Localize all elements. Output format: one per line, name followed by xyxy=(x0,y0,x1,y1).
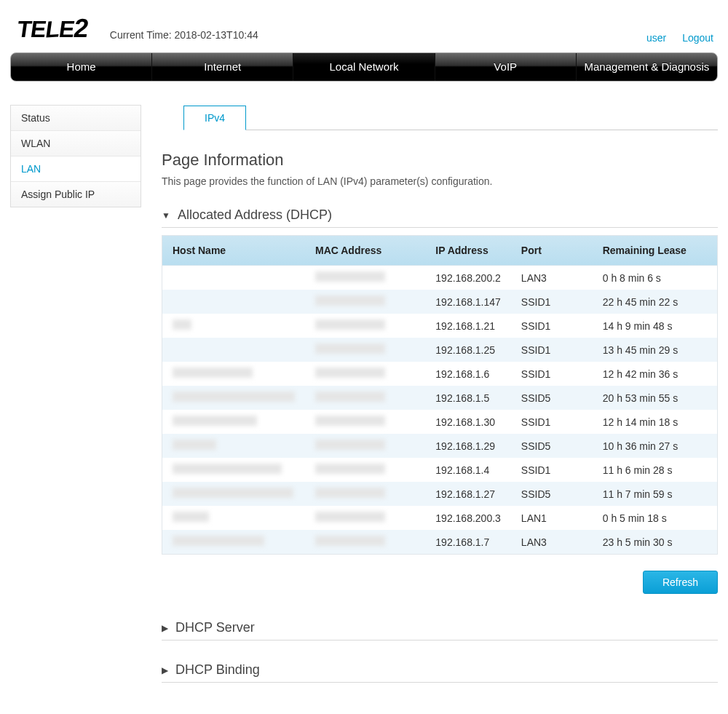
cell-mac-address xyxy=(305,314,425,338)
cell-ip-address: 192.168.1.5 xyxy=(425,386,511,410)
cell-host-name xyxy=(162,506,305,530)
cell-mac-address xyxy=(305,290,425,314)
nav-item-local-network[interactable]: Local Network xyxy=(293,53,435,81)
cell-mac-address xyxy=(305,338,425,362)
dhcp-table-wrap: Host NameMAC AddressIP AddressPortRemain… xyxy=(162,235,718,555)
table-row: 192.168.1.6SSID112 h 42 min 36 s xyxy=(162,362,717,386)
cell-port: SSID1 xyxy=(511,362,593,386)
tab-ipv4[interactable]: IPv4 xyxy=(183,106,246,130)
cell-mac-address xyxy=(305,410,425,434)
main-nav: HomeInternetLocal NetworkVoIPManagement … xyxy=(10,52,718,82)
triangle-right-icon: ▶ xyxy=(162,623,168,633)
table-row: 192.168.1.30SSID112 h 14 min 18 s xyxy=(162,410,717,434)
cell-host-name xyxy=(162,410,305,434)
col-header: Port xyxy=(511,236,593,266)
triangle-down-icon: ▼ xyxy=(162,210,170,221)
cell-remaining-lease: 0 h 8 min 6 s xyxy=(593,266,717,290)
table-row: 192.168.1.21SSID114 h 9 min 48 s xyxy=(162,314,717,338)
nav-item-voip[interactable]: VoIP xyxy=(435,53,577,81)
section-dhcp-binding-title: DHCP Binding xyxy=(175,662,260,678)
sidebar-item-wlan[interactable]: WLAN xyxy=(11,131,141,156)
top-links: user Logout xyxy=(633,32,713,44)
cell-host-name xyxy=(162,266,305,290)
refresh-button[interactable]: Refresh xyxy=(643,571,718,594)
section-dhcp-binding[interactable]: ▶ DHCP Binding xyxy=(162,662,718,683)
cell-port: SSID5 xyxy=(511,386,593,410)
nav-item-home[interactable]: Home xyxy=(11,53,152,81)
cell-port: LAN1 xyxy=(511,506,593,530)
table-row: 192.168.1.25SSID113 h 45 min 29 s xyxy=(162,338,717,362)
cell-ip-address: 192.168.200.3 xyxy=(425,506,511,530)
cell-host-name xyxy=(162,290,305,314)
cell-ip-address: 192.168.1.7 xyxy=(425,530,511,554)
cell-port: SSID5 xyxy=(511,482,593,506)
cell-remaining-lease: 10 h 36 min 27 s xyxy=(593,434,717,458)
cell-mac-address xyxy=(305,458,425,482)
cell-host-name xyxy=(162,434,305,458)
triangle-right-icon: ▶ xyxy=(162,665,168,675)
cell-port: LAN3 xyxy=(511,530,593,554)
user-link[interactable]: user xyxy=(646,32,666,44)
table-row: 192.168.1.27SSID511 h 7 min 59 s xyxy=(162,482,717,506)
cell-host-name xyxy=(162,314,305,338)
cell-remaining-lease: 12 h 14 min 18 s xyxy=(593,410,717,434)
nav-item-management-diagnosis[interactable]: Management & Diagnosis xyxy=(577,53,717,81)
cell-mac-address xyxy=(305,482,425,506)
cell-port: SSID1 xyxy=(511,410,593,434)
cell-host-name xyxy=(162,530,305,554)
section-dhcp-server-title: DHCP Server xyxy=(175,620,255,635)
cell-host-name xyxy=(162,482,305,506)
cell-remaining-lease: 0 h 5 min 18 s xyxy=(593,506,717,530)
dhcp-table: Host NameMAC AddressIP AddressPortRemain… xyxy=(162,236,717,554)
table-row: 192.168.1.4SSID111 h 6 min 28 s xyxy=(162,458,717,482)
cell-ip-address: 192.168.1.147 xyxy=(425,290,511,314)
cell-mac-address xyxy=(305,386,425,410)
page-title: Page Information xyxy=(162,151,718,170)
cell-ip-address: 192.168.200.2 xyxy=(425,266,511,290)
cell-ip-address: 192.168.1.6 xyxy=(425,362,511,386)
cell-host-name xyxy=(162,338,305,362)
nav-item-internet[interactable]: Internet xyxy=(152,53,293,81)
table-row: 192.168.1.7LAN323 h 5 min 30 s xyxy=(162,530,717,554)
page-description: This page provides the function of LAN (… xyxy=(162,175,718,187)
section-dhcp-server[interactable]: ▶ DHCP Server xyxy=(162,620,718,640)
table-row: 192.168.1.5SSID520 h 53 min 55 s xyxy=(162,386,717,410)
content-area: IPv4 Page Information This page provides… xyxy=(162,105,718,683)
cell-mac-address xyxy=(305,362,425,386)
col-header: IP Address xyxy=(425,236,511,266)
cell-host-name xyxy=(162,458,305,482)
cell-ip-address: 192.168.1.30 xyxy=(425,410,511,434)
table-row: 192.168.1.29SSID510 h 36 min 27 s xyxy=(162,434,717,458)
cell-remaining-lease: 20 h 53 min 55 s xyxy=(593,386,717,410)
table-row: 192.168.200.3LAN10 h 5 min 18 s xyxy=(162,506,717,530)
table-row: 192.168.1.147SSID122 h 45 min 22 s xyxy=(162,290,717,314)
section-allocated-address[interactable]: ▼ Allocated Address (DHCP) xyxy=(162,207,718,228)
cell-mac-address xyxy=(305,266,425,290)
cell-remaining-lease: 13 h 45 min 29 s xyxy=(593,338,717,362)
logout-link[interactable]: Logout xyxy=(682,32,713,44)
sidebar-item-status[interactable]: Status xyxy=(11,106,141,131)
col-header: Remaining Lease xyxy=(593,236,717,266)
current-time-label: Current Time: 2018-02-13T10:44 xyxy=(110,29,258,41)
cell-port: LAN3 xyxy=(511,266,593,290)
cell-port: SSID1 xyxy=(511,458,593,482)
col-header: MAC Address xyxy=(305,236,425,266)
cell-ip-address: 192.168.1.21 xyxy=(425,314,511,338)
cell-mac-address xyxy=(305,506,425,530)
sidebar-item-assign-public-ip[interactable]: Assign Public IP xyxy=(11,182,141,207)
sidebar-item-lan[interactable]: LAN xyxy=(11,156,141,182)
cell-host-name xyxy=(162,362,305,386)
cell-remaining-lease: 23 h 5 min 30 s xyxy=(593,530,717,554)
section-allocated-title: Allocated Address (DHCP) xyxy=(178,207,332,223)
col-header: Host Name xyxy=(162,236,305,266)
brand-logo: TELE2 xyxy=(15,13,90,44)
sidebar: StatusWLANLANAssign Public IP xyxy=(10,105,141,207)
cell-ip-address: 192.168.1.27 xyxy=(425,482,511,506)
cell-remaining-lease: 22 h 45 min 22 s xyxy=(593,290,717,314)
cell-ip-address: 192.168.1.29 xyxy=(425,434,511,458)
cell-remaining-lease: 14 h 9 min 48 s xyxy=(593,314,717,338)
cell-port: SSID1 xyxy=(511,338,593,362)
cell-remaining-lease: 12 h 42 min 36 s xyxy=(593,362,717,386)
cell-mac-address xyxy=(305,434,425,458)
cell-remaining-lease: 11 h 7 min 59 s xyxy=(593,482,717,506)
